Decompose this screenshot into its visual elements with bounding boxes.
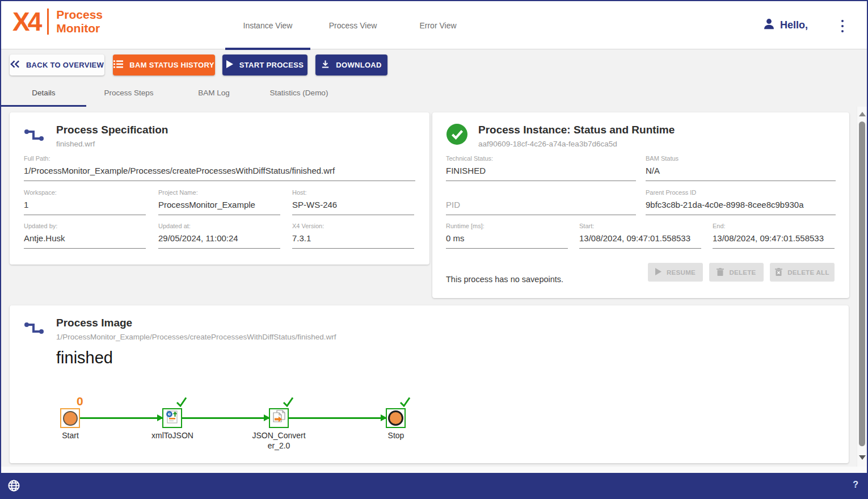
- logo-divider: [47, 9, 49, 35]
- bam-status-label: BAM Status: [646, 155, 836, 162]
- delete-all-button[interactable]: DELETE ALL: [770, 263, 835, 282]
- diagram-node-json-converter[interactable]: [269, 408, 289, 428]
- field-workspace: Workspace: 1: [24, 189, 146, 215]
- process-monitor-window: X4 Process Monitor Instance View Process…: [0, 0, 868, 499]
- parent-process-id-value: 9bfc3c8b-21da-4c0e-8998-8cee8c9b930a: [646, 200, 836, 215]
- start-process-button[interactable]: START PROCESS: [222, 54, 307, 76]
- updated-by-value: Antje.Husk: [24, 233, 146, 249]
- tab-details[interactable]: Details: [1, 81, 86, 107]
- back-to-overview-button[interactable]: BACK TO OVERVIEW: [10, 54, 104, 76]
- technical-status-label: Technical Status:: [446, 155, 636, 162]
- spec-card-title: Process Specification: [56, 124, 168, 136]
- xml-to-json-task-icon: [165, 409, 180, 427]
- workflow-icon: [24, 127, 45, 145]
- greeting-text: Hello,: [780, 19, 808, 31]
- detail-tabs: Details Process Steps BAM Log Statistics…: [1, 81, 342, 107]
- delete-button[interactable]: DELETE: [709, 263, 764, 282]
- updated-by-label: Updated by:: [24, 223, 146, 229]
- field-updated-at: Updated at: 29/05/2024, 11:00:24: [158, 223, 280, 249]
- spec-card-subtitle: finished.wrf: [56, 140, 168, 148]
- updated-at-label: Updated at:: [158, 223, 280, 229]
- field-technical-status: Technical Status: FINISHED: [446, 155, 636, 181]
- node-label-json-converter: JSON_Converter_2.0: [252, 431, 306, 451]
- kebab-menu-icon[interactable]: [837, 20, 848, 32]
- workspace-value: 1: [24, 200, 146, 215]
- footer-strip: [1, 467, 867, 473]
- start-process-label: START PROCESS: [239, 61, 304, 69]
- delete-all-label: DELETE ALL: [787, 269, 829, 276]
- full-path-label: Full Path:: [24, 155, 415, 162]
- tab-error-view[interactable]: Error View: [395, 1, 481, 49]
- app-header: X4 Process Monitor Instance View Process…: [1, 1, 867, 49]
- process-instance-card: Process Instance: Status and Runtime aaf…: [432, 112, 849, 298]
- runtime-label: Runtime [ms]:: [446, 223, 568, 229]
- resume-play-icon: [655, 268, 661, 276]
- resume-label: RESUME: [667, 269, 696, 276]
- end-value: 13/08/2024, 09:47:01.558533: [713, 233, 835, 249]
- product-name-line2: Monitor: [56, 22, 103, 35]
- vertical-scrollbar: [857, 107, 867, 468]
- runtime-value: 0 ms: [446, 233, 568, 249]
- help-link[interactable]: ?: [853, 480, 858, 490]
- field-project-name: Project Name: ProcessMonitor_Example: [158, 189, 280, 215]
- tab-instance-view[interactable]: Instance View: [225, 1, 310, 49]
- node-label-xmltojson: xmlToJSON: [141, 431, 204, 441]
- node-success-check-icon: [399, 397, 411, 409]
- x4-version-value: 7.3.1: [292, 233, 414, 249]
- trash-icon: [717, 268, 724, 277]
- double-chevron-left-icon: [10, 60, 20, 70]
- resume-button[interactable]: RESUME: [648, 263, 703, 282]
- pid-label-spacer: [446, 189, 636, 196]
- download-button[interactable]: DOWNLOAD: [315, 54, 387, 76]
- field-start: Start: 13/08/2024, 09:47:01.558533: [579, 223, 701, 249]
- field-updated-by: Updated by: Antje.Husk: [24, 223, 146, 249]
- x4-version-label: X4 Version:: [292, 223, 414, 229]
- main-nav-tabs: Instance View Process View Error View: [225, 1, 481, 49]
- field-x4-version: X4 Version: 7.3.1: [292, 223, 414, 249]
- scrollbar-up-arrow-icon[interactable]: [859, 112, 866, 116]
- start-label: Start:: [579, 223, 701, 229]
- download-label: DOWNLOAD: [336, 61, 381, 69]
- field-host: Host: SP-WS-246: [292, 189, 414, 215]
- scrollbar-thumb[interactable]: [859, 121, 865, 446]
- bam-status-history-label: BAM STATUS HISTORY: [129, 61, 214, 69]
- delete-label: DELETE: [729, 269, 756, 276]
- user-menu[interactable]: Hello,: [762, 1, 808, 49]
- diagram-node-stop[interactable]: [386, 408, 406, 428]
- field-bam-status: BAM Status N/A: [646, 155, 836, 181]
- diagram-node-start[interactable]: [60, 408, 80, 428]
- workspace-label: Workspace:: [24, 189, 146, 196]
- savepoints-note: This process has no savepoints.: [446, 275, 563, 284]
- node-label-stop: Stop: [365, 431, 427, 441]
- diagram-node-xmltojson[interactable]: [162, 408, 182, 428]
- globe-icon[interactable]: [7, 479, 20, 494]
- product-name-line1: Process: [56, 8, 103, 22]
- field-end: End: 13/08/2024, 09:47:01.558533: [713, 223, 835, 249]
- stop-event-icon: [388, 410, 403, 426]
- diagram-process-name: finished: [56, 349, 113, 367]
- flow-arrow: [182, 417, 269, 419]
- tab-bam-log[interactable]: BAM Log: [171, 81, 256, 107]
- field-pid: PID: [446, 189, 636, 215]
- bam-status-value: N/A: [646, 166, 836, 181]
- process-image-card: Process Image 1/ProcessMonitor_Example/P…: [10, 305, 849, 463]
- project-name-value: ProcessMonitor_Example: [158, 200, 280, 215]
- technical-status-value: FINISHED: [446, 166, 636, 181]
- scrollbar-down-arrow-icon[interactable]: [859, 455, 866, 460]
- image-card-title: Process Image: [56, 317, 336, 329]
- back-to-overview-label: BACK TO OVERVIEW: [26, 61, 104, 69]
- field-parent-process-id: Parent Process ID 9bfc3c8b-21da-4c0e-899…: [646, 189, 836, 215]
- start-badge: 0: [77, 395, 83, 408]
- json-converter-task-icon: [271, 409, 286, 427]
- flow-arrow: [80, 417, 162, 419]
- updated-at-value: 29/05/2024, 11:00:24: [158, 233, 280, 249]
- list-icon: [113, 60, 123, 70]
- host-label: Host:: [292, 189, 414, 196]
- tab-process-view[interactable]: Process View: [310, 1, 395, 49]
- bam-status-history-button[interactable]: BAM STATUS HISTORY: [113, 54, 215, 76]
- tab-process-steps[interactable]: Process Steps: [86, 81, 171, 107]
- node-success-check-icon: [176, 397, 187, 409]
- tab-statistics-demo[interactable]: Statistics (Demo): [256, 81, 342, 107]
- user-icon: [762, 18, 776, 33]
- content-area: Process Specification finished.wrf Full …: [1, 107, 867, 468]
